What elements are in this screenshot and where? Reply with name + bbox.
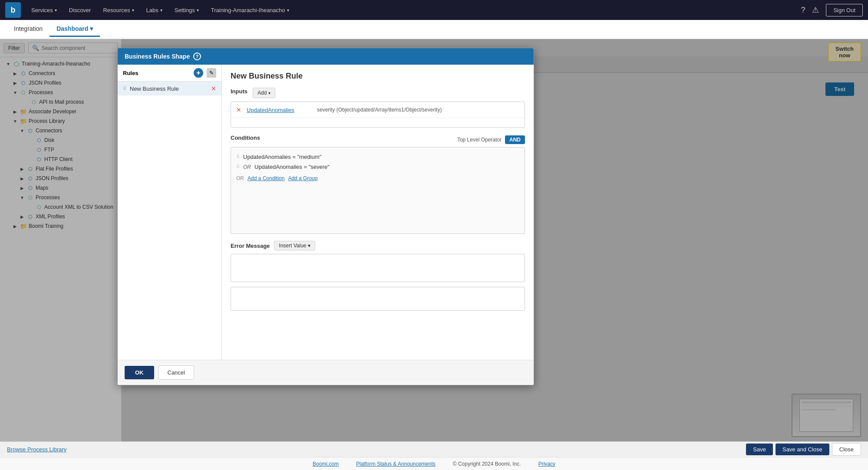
- bottom-bar-actions: Save Save and Close Close: [746, 443, 861, 456]
- add-arrow-icon: ▾: [268, 91, 271, 95]
- error-message-label: Error Message: [231, 243, 270, 249]
- rule-right-title: New Business Rule: [231, 72, 525, 81]
- dashboard-arrow-icon: ▾: [90, 25, 93, 32]
- browse-process-library-link[interactable]: Browse Process Library: [7, 446, 66, 453]
- labs-arrow-icon: ▾: [160, 8, 162, 13]
- notifications-icon[interactable]: ⚠: [812, 5, 819, 15]
- nav-labs[interactable]: Labs ▾: [141, 4, 168, 16]
- rule-name-label: New Business Rule: [130, 85, 208, 92]
- help-icon[interactable]: ?: [801, 6, 805, 15]
- condition-2-text: UpdatedAnomalies = "severe": [254, 164, 330, 170]
- modal-title: Business Rules Shape: [125, 53, 190, 60]
- input-row: ✕ UpdatedAnomalies severity (Object/upda…: [231, 102, 525, 118]
- condition-1-drag-icon: ⠿: [236, 154, 240, 160]
- right-panel: New Business Rule Inputs Add ▾ ✕ Updated…: [222, 65, 534, 360]
- conditions-label: Conditions: [231, 135, 260, 141]
- modal-help-icon[interactable]: ?: [193, 53, 201, 60]
- rule-delete-icon[interactable]: ✕: [211, 85, 216, 92]
- inputs-container: ✕ UpdatedAnomalies severity (Object/upda…: [231, 102, 525, 128]
- condition-2-or-label: OR: [243, 164, 251, 170]
- input-row-name[interactable]: UpdatedAnomalies: [247, 107, 312, 113]
- nav-discover[interactable]: Discover: [64, 4, 96, 16]
- rules-edit-button[interactable]: ✎: [207, 68, 216, 78]
- nav-user[interactable]: Training-Amarachi-Iheanacho ▾: [206, 4, 294, 16]
- error-message-textarea[interactable]: [231, 254, 525, 282]
- nav-integration[interactable]: Integration: [7, 22, 50, 37]
- footer-bar: Boomi.com Platform Status & Announcement…: [0, 457, 868, 470]
- bottom-bar-left: Browse Process Library: [7, 446, 66, 453]
- input-row-value: severity (Object/updated/Array/items1/Ob…: [317, 107, 442, 113]
- footer-privacy-link[interactable]: Privacy: [538, 461, 555, 467]
- modal-header: Business Rules Shape ?: [118, 48, 534, 65]
- modal-body: Rules + ✎ ⠿ New Business Rule ✕ New Busi…: [118, 65, 534, 360]
- nav-settings[interactable]: Settings ▾: [169, 4, 204, 16]
- resources-arrow-icon: ▾: [132, 8, 134, 13]
- rules-add-button[interactable]: +: [194, 68, 203, 78]
- insert-value-arrow-icon: ▾: [308, 243, 310, 249]
- input-error-icon: ✕: [236, 106, 241, 113]
- modal-footer: OK Cancel: [118, 360, 534, 385]
- app-logo[interactable]: b: [5, 2, 21, 18]
- nav-services[interactable]: Services ▾: [26, 4, 62, 16]
- condition-row-1: ⠿ UpdatedAnomalies = "medium": [236, 152, 519, 162]
- services-arrow-icon: ▾: [55, 8, 57, 13]
- footer-platform-status-link[interactable]: Platform Status & Announcements: [356, 461, 436, 467]
- rules-header: Rules + ✎: [118, 65, 221, 82]
- close-button[interactable]: Close: [832, 443, 861, 456]
- error-message-area: Error Message Insert Value ▾: [231, 241, 525, 250]
- condition-row-2: ⠿ OR UpdatedAnomalies = "severe": [236, 162, 519, 172]
- user-arrow-icon: ▾: [287, 8, 289, 13]
- insert-value-button[interactable]: Insert Value ▾: [274, 241, 315, 250]
- ok-button[interactable]: OK: [125, 366, 154, 379]
- settings-arrow-icon: ▾: [197, 8, 199, 13]
- business-rules-modal: Business Rules Shape ? Rules + ✎ ⠿ New B…: [117, 48, 534, 385]
- add-condition-link[interactable]: Add a Condition: [248, 175, 284, 181]
- top-navigation: b Services ▾ Discover Resources ▾ Labs ▾…: [0, 0, 868, 20]
- condition-1-text: UpdatedAnomalies = "medium": [243, 154, 321, 160]
- save-button[interactable]: Save: [746, 444, 773, 455]
- inputs-label: Inputs: [231, 88, 248, 95]
- sign-out-button[interactable]: Sign Out: [826, 4, 863, 16]
- tlo-and-button[interactable]: AND: [505, 135, 525, 144]
- tlo-label: Top Level Operator: [457, 137, 502, 143]
- nav-resources[interactable]: Resources ▾: [98, 4, 139, 16]
- condition-add-links: OR Add a Condition Add a Group: [236, 175, 519, 181]
- nav-dashboard[interactable]: Dashboard ▾: [50, 22, 100, 37]
- rule-list-item[interactable]: ⠿ New Business Rule ✕: [118, 82, 221, 95]
- rules-panel: Rules + ✎ ⠿ New Business Rule ✕: [118, 65, 222, 360]
- extra-textarea[interactable]: [231, 287, 525, 311]
- rule-drag-icon: ⠿: [123, 86, 126, 92]
- condition-or-prefix: OR: [236, 175, 244, 181]
- second-navigation: Integration Dashboard ▾: [0, 20, 868, 39]
- condition-2-drag-icon: ⠿: [236, 164, 240, 170]
- inputs-add-button[interactable]: Add ▾: [253, 88, 275, 98]
- save-and-close-button[interactable]: Save and Close: [776, 444, 829, 455]
- footer-copyright: © Copyright 2024 Boomi, Inc.: [453, 461, 521, 467]
- error-section: Error Message Insert Value ▾: [231, 241, 525, 312]
- modal-overlay: Business Rules Shape ? Rules + ✎ ⠿ New B…: [0, 39, 868, 457]
- footer-boomi-com-link[interactable]: Boomi.com: [313, 461, 339, 467]
- add-group-link[interactable]: Add a Group: [288, 175, 317, 181]
- tlo-area: Conditions Top Level Operator AND: [231, 135, 525, 145]
- cancel-button[interactable]: Cancel: [158, 365, 194, 380]
- conditions-area: ⠿ UpdatedAnomalies = "medium" ⠿ OR Updat…: [231, 147, 525, 234]
- rules-title: Rules: [123, 70, 190, 76]
